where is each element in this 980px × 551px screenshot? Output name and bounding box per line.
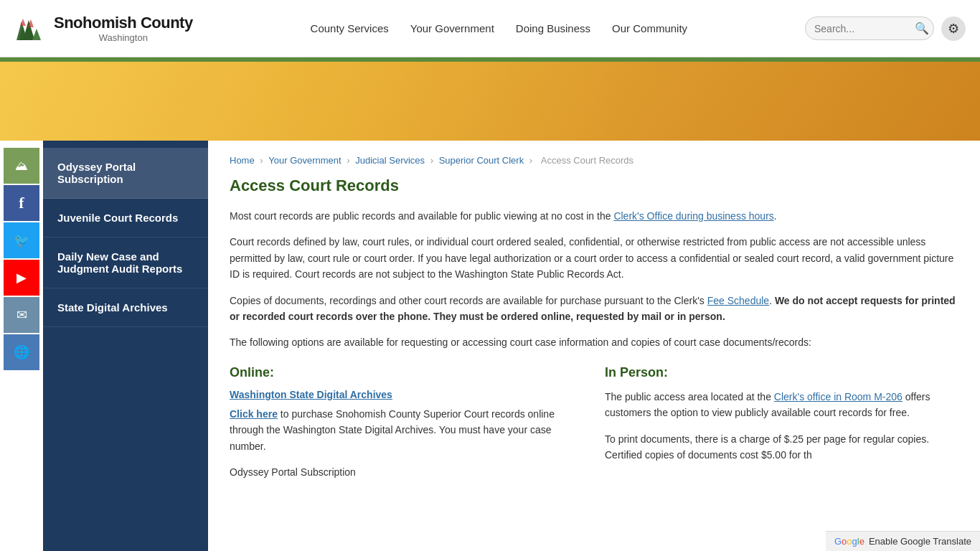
hero-overlay (0, 62, 980, 141)
youtube-icon[interactable]: ▶ (4, 260, 39, 296)
online-column: Online: Washington State Digital Archive… (230, 365, 583, 491)
translate-bar[interactable]: Google Enable Google Translate (826, 531, 980, 551)
click-here-link[interactable]: Click here (230, 408, 278, 420)
online-body: Click here to purchase Snohomish County … (230, 406, 583, 454)
breadcrumb-judicial[interactable]: Judicial Services (355, 155, 425, 166)
page-title: Access Court Records (230, 176, 958, 195)
online-header: Online: (230, 365, 583, 380)
wa-digital-archives-link[interactable]: Washington State Digital Archives (230, 389, 392, 400)
org-sub: Washington (54, 32, 193, 43)
logo-text: Snohomish County Washington (54, 14, 193, 43)
search-button[interactable]: 🔍 (915, 22, 929, 35)
search-input[interactable] (814, 23, 915, 34)
breadcrumb-your-gov[interactable]: Your Government (268, 155, 341, 166)
breadcrumb-sep2: › (347, 155, 352, 166)
content-area: Most court records are public records an… (230, 208, 958, 490)
email-icon[interactable]: ✉ (4, 297, 39, 333)
nav-doing-business[interactable]: Doing Business (516, 22, 590, 34)
para-2: Court records defined by law, court rule… (230, 234, 958, 282)
main-nav: County Services Your Government Doing Bu… (311, 22, 688, 34)
breadcrumb-home[interactable]: Home (230, 155, 255, 166)
mountains-icon[interactable]: ⛰ (4, 148, 39, 184)
in-person-header: In Person: (605, 365, 958, 380)
clerks-office-room-link[interactable]: Clerk's office in Room M-206 (774, 391, 903, 402)
clerks-office-link[interactable]: Clerk's Office during business hours (613, 210, 773, 222)
search-box[interactable]: 🔍 (805, 17, 934, 40)
in-person-para1: The public access area located at the Cl… (605, 389, 958, 421)
svg-marker-4 (32, 29, 41, 40)
online-footer: Odyssey Portal Subscription (230, 464, 583, 480)
translate-label: Enable Google Translate (869, 536, 971, 547)
breadcrumb-sep1: › (260, 155, 265, 166)
logo[interactable]: Snohomish County Washington (14, 14, 193, 43)
para-4: The following options are available for … (230, 334, 958, 350)
para-3: Copies of documents, recordings and othe… (230, 293, 958, 325)
left-nav-state-digital[interactable]: State Digital Archives (43, 288, 208, 327)
breadcrumb-current: Access Court Records (541, 155, 633, 166)
social-sidebar: ⛰ f 🐦 ▶ ✉ 🌐 (0, 141, 43, 551)
nav-county-services[interactable]: County Services (311, 22, 389, 34)
left-nav-daily[interactable]: Daily New Case and Judgment Audit Report… (43, 237, 208, 288)
facebook-icon[interactable]: f (4, 185, 39, 221)
google-g-icon: Google (834, 536, 864, 547)
left-nav-odyssey[interactable]: Odyssey Portal Subscription (43, 148, 208, 199)
org-name: Snohomish County (54, 14, 193, 32)
page-layout: ⛰ f 🐦 ▶ ✉ 🌐 Odyssey Portal Subscription … (0, 141, 980, 551)
header-right: 🔍 ⚙ (805, 17, 966, 41)
two-columns: Online: Washington State Digital Archive… (230, 365, 958, 491)
breadcrumb-clerk[interactable]: Superior Court Clerk (439, 155, 524, 166)
breadcrumb: Home › Your Government › Judicial Servic… (230, 155, 958, 166)
hero-banner (0, 62, 980, 141)
translate-icon[interactable]: 🌐 (4, 334, 39, 370)
fee-schedule-link[interactable]: Fee Schedule (707, 295, 769, 306)
twitter-icon[interactable]: 🐦 (4, 222, 39, 258)
left-nav: Odyssey Portal Subscription Juvenile Cou… (43, 141, 208, 551)
left-nav-juvenile[interactable]: Juvenile Court Records (43, 199, 208, 237)
nav-your-government[interactable]: Your Government (410, 22, 494, 34)
in-person-para2: To print documents, there is a charge of… (605, 431, 958, 463)
in-person-column: In Person: The public access area locate… (605, 365, 958, 491)
online-subheader: Washington State Digital Archives (230, 389, 583, 400)
breadcrumb-sep3: › (430, 155, 436, 166)
breadcrumb-sep4: › (529, 155, 535, 166)
logo-icon (14, 14, 47, 43)
para-1: Most court records are public records an… (230, 208, 958, 224)
settings-icon[interactable]: ⚙ (941, 17, 966, 41)
svg-marker-5 (20, 19, 26, 26)
nav-our-community[interactable]: Our Community (612, 22, 687, 34)
site-header: Snohomish County Washington County Servi… (0, 0, 980, 57)
main-content: Home › Your Government › Judicial Servic… (208, 141, 980, 551)
